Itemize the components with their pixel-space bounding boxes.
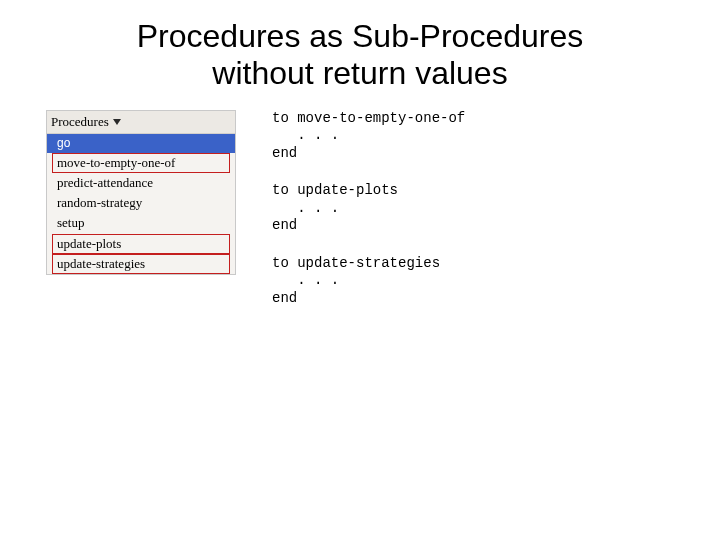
proc-item-setup[interactable]: setup (47, 213, 235, 233)
procedures-dropdown[interactable]: Procedures (47, 111, 235, 134)
proc-item-go[interactable]: go (47, 134, 235, 153)
code-line: end (272, 290, 297, 306)
dropdown-triangle-icon (113, 119, 121, 125)
proc-item-label: move-to-empty-one-of (57, 155, 229, 171)
title-line-1: Procedures as Sub-Procedures (137, 18, 583, 54)
slide-title: Procedures as Sub-Procedures without ret… (40, 18, 680, 92)
proc-item-label: update-strategies (57, 256, 229, 272)
slide: Procedures as Sub-Procedures without ret… (0, 0, 720, 540)
proc-item-random-strategy[interactable]: random-strategy (47, 193, 235, 213)
code-block-3: to update-strategies . . . end (272, 255, 465, 308)
procedures-header-label: Procedures (51, 114, 109, 130)
procedures-list: go move-to-empty-one-of predict-attendan… (47, 134, 235, 275)
proc-item-predict-attendance[interactable]: predict-attendance (47, 173, 235, 193)
code-line: to update-plots (272, 182, 398, 198)
code-line: end (272, 217, 297, 233)
proc-item-update-strategies[interactable]: update-strategies (47, 254, 235, 274)
code-block-2: to update-plots . . . end (272, 182, 465, 235)
proc-item-move-to-empty-one-of[interactable]: move-to-empty-one-of (47, 153, 235, 173)
code-line: end (272, 145, 297, 161)
proc-item-label: setup (57, 215, 229, 231)
procedures-panel: Procedures go move-to-empty-one-of predi… (46, 110, 236, 276)
code-line: . . . (272, 272, 339, 288)
proc-item-label: predict-attendance (57, 175, 229, 191)
code-line: . . . (272, 127, 339, 143)
code-line: . . . (272, 200, 339, 216)
content-row: Procedures go move-to-empty-one-of predi… (0, 110, 720, 328)
proc-item-label: update-plots (57, 236, 229, 252)
proc-item-label: random-strategy (57, 195, 229, 211)
code-block-1: to move-to-empty-one-of . . . end (272, 110, 465, 163)
proc-item-label: go (57, 136, 229, 151)
code-column: to move-to-empty-one-of . . . end to upd… (272, 110, 465, 328)
code-line: to move-to-empty-one-of (272, 110, 465, 126)
proc-item-update-plots[interactable]: update-plots (47, 234, 235, 254)
title-line-2: without return values (212, 55, 507, 91)
code-line: to update-strategies (272, 255, 440, 271)
